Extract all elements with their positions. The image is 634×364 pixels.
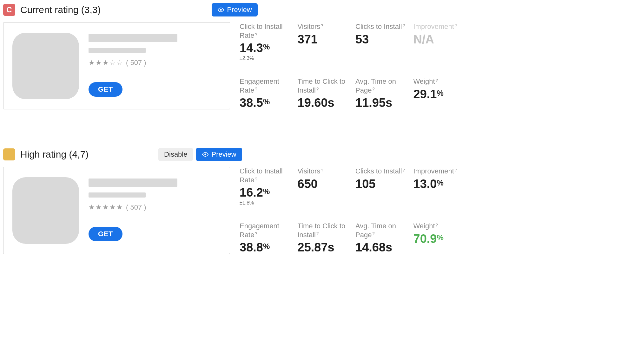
metric-label: Improvement: [413, 23, 454, 30]
metric-value: 53: [355, 33, 410, 46]
metric-improvement: Improvement? N/A: [413, 22, 468, 61]
help-icon[interactable]: ?: [372, 87, 374, 91]
help-icon[interactable]: ?: [403, 23, 405, 28]
metric-value: 105: [355, 178, 410, 191]
variant-body: ★★★☆☆ ( 507 ) GET Click to Install Rate?…: [3, 22, 631, 110]
metric-engagement-rate: Engagement Rate? 38.8%: [240, 222, 294, 254]
metric-visitors: Visitors? 371: [298, 22, 353, 61]
app-preview-card: ★★★★★ ( 507 ) GET: [3, 167, 230, 254]
preview-button[interactable]: Preview: [196, 148, 242, 161]
app-subtitle-placeholder: [89, 192, 146, 198]
metric-improvement: Improvement? 13.0%: [413, 167, 468, 206]
metric-time-to-click: Time to Click to Install? 25.87s: [298, 222, 353, 254]
metric-value: 13.0%: [413, 178, 468, 191]
help-icon[interactable]: ?: [321, 23, 323, 28]
variant-badge: [3, 148, 15, 160]
app-meta: ★★★★★ ( 507 ) GET: [89, 177, 221, 241]
star-rating: ★★★☆☆: [89, 59, 123, 66]
metric-value: 70.9%: [413, 232, 468, 246]
metric-value: N/A: [413, 33, 468, 46]
app-preview-card: ★★★☆☆ ( 507 ) GET: [3, 22, 230, 109]
metric-label: Time to Click to Install: [298, 222, 346, 239]
metric-value: 29.1%: [413, 88, 468, 101]
metric-label: Engagement Rate: [240, 77, 279, 94]
help-icon[interactable]: ?: [455, 23, 457, 28]
app-meta: ★★★☆☆ ( 507 ) GET: [89, 33, 221, 97]
help-icon[interactable]: ?: [321, 168, 323, 172]
metrics-grid: Click to Install Rate? 16.2% ±1.8% Visit…: [240, 167, 468, 254]
metric-value: 25.87s: [298, 241, 353, 254]
metric-value: 14.68s: [355, 241, 410, 254]
variant-body: ★★★★★ ( 507 ) GET Click to Install Rate?…: [3, 167, 631, 254]
help-icon[interactable]: ?: [255, 32, 257, 37]
metric-label: Engagement Rate: [240, 222, 279, 239]
help-icon[interactable]: ?: [436, 78, 438, 83]
app-title-placeholder: [89, 34, 177, 42]
metric-visitors: Visitors? 650: [298, 167, 353, 206]
help-icon[interactable]: ?: [455, 168, 457, 172]
metric-sub: ±2.3%: [240, 55, 294, 61]
metric-click-install-rate: Click to Install Rate? 14.3% ±2.3%: [240, 22, 294, 61]
star-rating: ★★★★★: [89, 204, 123, 211]
metric-label: Avg. Time on Page: [355, 77, 396, 94]
help-icon[interactable]: ?: [255, 177, 257, 181]
metric-label: Click to Install Rate: [240, 167, 283, 184]
metric-engagement-rate: Engagement Rate? 38.5%: [240, 77, 294, 110]
metric-label: Weight: [413, 222, 435, 230]
rating-count: ( 507 ): [126, 59, 146, 67]
metric-value: 11.95s: [355, 96, 410, 110]
metric-value: 38.8%: [240, 241, 294, 254]
metric-value: 19.60s: [298, 96, 353, 110]
metric-label: Weight: [413, 77, 435, 85]
metric-label: Improvement: [413, 167, 454, 175]
help-icon[interactable]: ?: [372, 231, 374, 236]
metric-label: Click to Install Rate: [240, 23, 283, 39]
eye-icon: [217, 6, 224, 13]
rating-row: ★★★★★ ( 507 ): [89, 203, 221, 211]
preview-button-label: Preview: [227, 6, 252, 14]
help-icon[interactable]: ?: [436, 223, 438, 227]
metric-avg-time-on-page: Avg. Time on Page? 11.95s: [355, 77, 410, 110]
metric-avg-time-on-page: Avg. Time on Page? 14.68s: [355, 222, 410, 254]
metric-value: 14.3%: [240, 42, 294, 55]
help-icon[interactable]: ?: [255, 87, 257, 91]
svg-point-1: [205, 153, 207, 155]
get-button[interactable]: GET: [89, 227, 122, 241]
metric-clicks-to-install: Clicks to Install? 53: [355, 22, 410, 61]
metric-sub: ±1.8%: [240, 200, 294, 206]
metric-label: Avg. Time on Page: [355, 222, 396, 239]
metric-value: 38.5%: [240, 96, 294, 110]
metric-value: 371: [298, 33, 353, 46]
help-icon[interactable]: ?: [316, 231, 319, 236]
metric-weight: Weight? 70.9%: [413, 222, 468, 254]
metric-clicks-to-install: Clicks to Install? 105: [355, 167, 410, 206]
variant-header: C Current rating (3,3) Preview: [3, 3, 631, 16]
metric-label: Time to Click to Install: [298, 77, 346, 94]
metric-weight: Weight? 29.1%: [413, 77, 468, 110]
variant-block-a: C Current rating (3,3) Preview ★★★☆☆ ( 5…: [3, 3, 631, 110]
metric-value: 650: [298, 178, 353, 191]
metric-label: Clicks to Install: [355, 167, 402, 175]
get-button[interactable]: GET: [89, 82, 122, 97]
metric-time-to-click: Time to Click to Install? 19.60s: [298, 77, 353, 110]
variant-block-b: High rating (4,7) Disable Preview ★★★★★ …: [3, 148, 631, 254]
app-icon-placeholder: [12, 177, 79, 244]
preview-button[interactable]: Preview: [212, 3, 257, 16]
help-icon[interactable]: ?: [316, 87, 319, 91]
rating-count: ( 507 ): [126, 203, 146, 211]
metric-click-install-rate: Click to Install Rate? 16.2% ±1.8%: [240, 167, 294, 206]
variant-badge: C: [3, 4, 15, 16]
rating-row: ★★★☆☆ ( 507 ): [89, 59, 221, 67]
metric-label: Clicks to Install: [355, 23, 402, 30]
variant-header: High rating (4,7) Disable Preview: [3, 148, 631, 161]
metrics-grid: Click to Install Rate? 14.3% ±2.3% Visit…: [240, 22, 468, 110]
metric-label: Visitors: [298, 23, 320, 30]
help-icon[interactable]: ?: [255, 231, 257, 236]
svg-point-0: [220, 9, 222, 11]
variant-title: High rating (4,7): [20, 149, 89, 160]
disable-button[interactable]: Disable: [158, 148, 193, 161]
help-icon[interactable]: ?: [403, 168, 405, 172]
metric-label: Visitors: [298, 167, 320, 175]
metric-value: 16.2%: [240, 186, 294, 199]
preview-button-label: Preview: [211, 150, 236, 159]
